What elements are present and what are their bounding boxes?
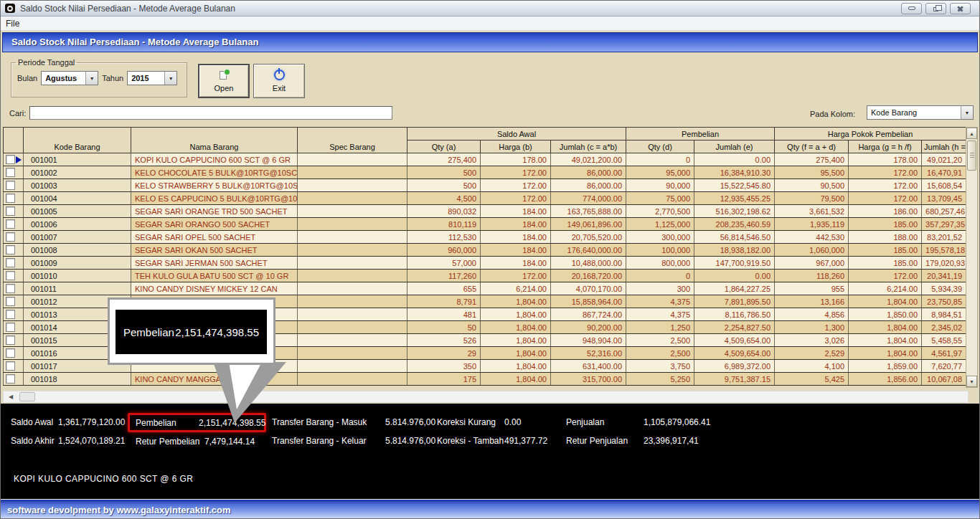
row-checkbox[interactable] xyxy=(6,206,15,216)
row-checkbox[interactable] xyxy=(6,232,15,242)
table-row[interactable]: 001007SEGAR SARI OPEL 500 SACHET112,5301… xyxy=(4,231,966,244)
cell[interactable]: 960,000 xyxy=(407,244,481,257)
menu-file[interactable]: File xyxy=(1,17,24,30)
cell[interactable]: 001008 xyxy=(24,244,131,257)
cell[interactable]: 967,000 xyxy=(775,257,849,270)
cell[interactable]: 16,470,91 xyxy=(922,166,966,179)
cell[interactable]: 890,032 xyxy=(407,205,481,218)
cell[interactable]: 90,500 xyxy=(775,179,849,192)
scroll-left-icon[interactable]: ◀ xyxy=(5,392,17,401)
cell[interactable]: 2,500 xyxy=(626,347,694,360)
cell[interactable]: 1,804.00 xyxy=(849,295,922,308)
cell[interactable]: 2,254,827.50 xyxy=(694,321,775,334)
cell[interactable]: 4,509,654.00 xyxy=(694,347,775,360)
cell[interactable]: 83,201,52 xyxy=(922,231,966,244)
cell[interactable]: 300 xyxy=(626,282,694,295)
cell[interactable]: 172.00 xyxy=(849,192,922,205)
cell[interactable]: 001005 xyxy=(24,205,131,218)
cell[interactable]: 57,000 xyxy=(407,257,481,270)
cell[interactable]: 100,000 xyxy=(626,244,694,257)
cell[interactable]: 275,400 xyxy=(775,153,849,166)
row-checkbox[interactable] xyxy=(6,271,15,280)
cell[interactable]: 275,400 xyxy=(407,153,481,166)
cell[interactable]: KOPI KULO CAPPUCINO 600 SCT @ 6 GR xyxy=(131,153,298,166)
table-row[interactable]: 001009SEGAR SARI JERMAN 500 SACHET57,000… xyxy=(4,257,966,270)
cell[interactable]: 13,709,45 xyxy=(922,192,966,205)
cell[interactable]: 86,000.00 xyxy=(551,166,626,179)
cell[interactable]: 1,804.00 xyxy=(849,321,922,334)
cell[interactable]: 526 xyxy=(407,334,481,347)
row-checkbox[interactable] xyxy=(6,310,15,319)
cell[interactable]: 15,522,545.80 xyxy=(694,179,775,192)
scroll-up-icon[interactable]: ▲ xyxy=(966,128,977,139)
cell[interactable]: 163,765,888.00 xyxy=(551,205,626,218)
row-checkbox[interactable] xyxy=(6,361,15,371)
table-row[interactable]: 001001KOPI KULO CAPPUCINO 600 SCT @ 6 GR… xyxy=(4,153,966,166)
cell[interactable]: 001007 xyxy=(24,231,131,244)
cell[interactable]: 185.00 xyxy=(849,244,922,257)
cell[interactable]: 5,425 xyxy=(775,373,849,386)
cell[interactable]: 955 xyxy=(775,282,849,295)
cell[interactable]: 9,751,387.15 xyxy=(694,373,775,386)
vertical-scrollbar[interactable]: ▲ ▼ xyxy=(966,127,978,388)
cell[interactable]: 0.00 xyxy=(694,270,775,282)
close-button[interactable] xyxy=(950,3,971,14)
cell[interactable]: 001009 xyxy=(24,257,131,270)
cell[interactable]: 315,700.00 xyxy=(551,373,626,386)
chevron-down-icon[interactable]: ▼ xyxy=(961,106,973,119)
cell[interactable]: 172.00 xyxy=(481,166,551,179)
cell[interactable] xyxy=(298,218,407,231)
cell[interactable]: 6,214.00 xyxy=(849,282,922,295)
cell[interactable]: 20,705,520.00 xyxy=(551,231,626,244)
cell[interactable]: 0.00 xyxy=(694,153,775,166)
horizontal-scrollbar[interactable]: ◀ xyxy=(3,391,969,403)
cell[interactable]: 172.00 xyxy=(849,166,922,179)
cell[interactable]: 184.00 xyxy=(481,244,551,257)
cell[interactable]: 1,864,227.25 xyxy=(694,282,775,295)
cell[interactable]: 179,020,93 xyxy=(922,257,966,270)
cell[interactable]: 001006 xyxy=(24,218,131,231)
cell[interactable]: 001010 xyxy=(24,270,131,282)
cell[interactable]: 172.00 xyxy=(849,270,922,282)
cell[interactable]: 1,300 xyxy=(775,321,849,334)
cell[interactable]: 184.00 xyxy=(481,231,551,244)
cell[interactable]: 800,000 xyxy=(626,257,694,270)
row-checkbox[interactable] xyxy=(6,258,15,267)
cell[interactable]: 001018 xyxy=(24,373,131,386)
cell[interactable]: 112,530 xyxy=(407,231,481,244)
cell[interactable]: 500 xyxy=(407,179,481,192)
cell[interactable] xyxy=(298,308,407,321)
cell[interactable]: 178.00 xyxy=(849,153,922,166)
cell[interactable]: 184.00 xyxy=(481,257,551,270)
cell[interactable]: 15,858,964.00 xyxy=(551,295,626,308)
cell[interactable]: 12,935,455.25 xyxy=(694,192,775,205)
cell[interactable]: 1,804.00 xyxy=(481,334,551,347)
col-header-jumlah-h[interactable]: Jumlah (h = c xyxy=(922,141,966,153)
cell[interactable]: 208,235,460.59 xyxy=(694,218,775,231)
cell[interactable]: 350 xyxy=(407,360,481,373)
cell[interactable] xyxy=(298,373,407,386)
cell[interactable]: 184.00 xyxy=(481,205,551,218)
cell[interactable]: 16,384,910.30 xyxy=(694,166,775,179)
cell[interactable]: 185.00 xyxy=(849,257,922,270)
cell[interactable]: 001001 xyxy=(24,153,131,166)
cell[interactable]: 195,578,18 xyxy=(922,244,966,257)
cell[interactable]: 2,529 xyxy=(775,347,849,360)
cell[interactable]: 1,804.00 xyxy=(481,373,551,386)
cell[interactable]: 20,168,720.00 xyxy=(551,270,626,282)
cell[interactable] xyxy=(298,270,407,282)
col-header-qty-f[interactable]: Qty (f = a + d) xyxy=(775,141,849,153)
cell[interactable]: 680,257,46 xyxy=(922,205,966,218)
col-header-qty-a[interactable]: Qty (a) xyxy=(407,141,481,153)
cell[interactable]: 52,316.00 xyxy=(551,347,626,360)
cell[interactable]: 178.00 xyxy=(481,153,551,166)
cell[interactable]: 188.00 xyxy=(849,231,922,244)
table-row[interactable]: 001002KELO CHOCOLATE 5 BULK@10RTG@10SC50… xyxy=(4,166,966,179)
cell[interactable]: 3,026 xyxy=(775,334,849,347)
chevron-down-icon[interactable]: ▼ xyxy=(85,72,98,85)
cell[interactable] xyxy=(298,295,407,308)
cell[interactable]: 810,119 xyxy=(407,218,481,231)
cell[interactable]: 10,067,08 xyxy=(922,373,966,386)
cell[interactable]: 90,000 xyxy=(626,179,694,192)
cell[interactable]: 172.00 xyxy=(481,179,551,192)
